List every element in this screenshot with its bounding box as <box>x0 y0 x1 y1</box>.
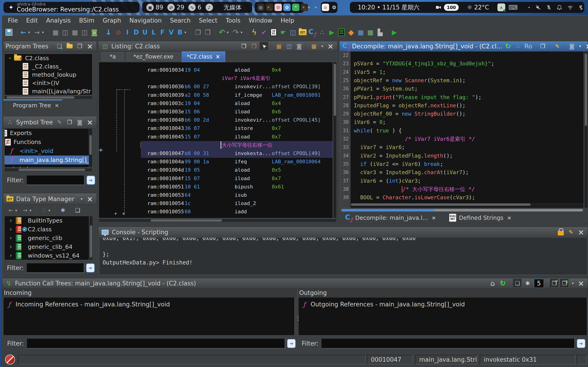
rename-options-icon[interactable]: Ro <box>524 42 533 51</box>
decompile-dropdown-icon[interactable]: ▾ <box>578 42 583 51</box>
outgoing-filter-icon[interactable]: ➔ <box>577 339 586 348</box>
decompile-line[interactable]: 24iVar5 = 1; <box>340 68 584 76</box>
menu-navigation[interactable]: Navigation <box>125 16 166 25</box>
listing-row[interactable]: ram:00010039a2 00 58if_icmpgeLAB_ram_000… <box>99 91 333 99</box>
listing-row[interactable]: ram:00010040b6 00 2dinvokevir...offset C… <box>99 116 333 124</box>
letter-l-button[interactable]: L <box>149 29 158 36</box>
scroll-thumb[interactable] <box>351 203 531 206</box>
resume-script-icon[interactable]: ▶ <box>390 27 399 37</box>
program-tree-hscrollbar[interactable] <box>4 96 92 99</box>
listing-row[interactable]: ram:0001003419 04aload0x4 <box>99 66 333 74</box>
letters-dropdown[interactable]: ▾ <box>185 30 189 34</box>
dtm-forward-dropdown[interactable]: ▾ <box>30 208 34 213</box>
chevron-right-icon[interactable]: › <box>10 243 12 250</box>
notification-bell-icon[interactable] <box>557 5 562 10</box>
call-trees-refresh-icon[interactable]: ↻ <box>498 279 507 288</box>
splitter-handle[interactable] <box>101 148 101 152</box>
console-output[interactable]: 0xb9, 0x1f, 0x00, 0x00, 0x00, 0x00, 0x00… <box>99 238 588 275</box>
listing-row[interactable]: ram:0001004515 07iload0x7 <box>99 133 333 141</box>
letter-f-button[interactable]: F <box>158 29 167 36</box>
decompile-line[interactable]: 36 cVar3 = InputedFlag.charAt(iVar7); <box>340 168 584 176</box>
scroll-thumb[interactable] <box>334 64 336 116</box>
mic-muted-icon[interactable] <box>546 5 552 10</box>
clear-console-icon[interactable]: ✎ <box>567 228 575 237</box>
volume-muted-icon[interactable] <box>536 5 541 10</box>
menu-file[interactable]: File <box>4 16 22 25</box>
decompile-toolbar-icon[interactable]: Cƒ <box>308 27 317 37</box>
cpu-icon[interactable]: ▣ <box>146 4 154 11</box>
incoming-filter-input[interactable] <box>27 338 285 349</box>
tab-close-icon[interactable]: × <box>432 215 436 221</box>
patch-icon[interactable]: ◫ <box>80 27 89 37</box>
dtm-gear-icon[interactable]: ✱ <box>59 206 67 215</box>
doc-blocked-icon[interactable]: ⊘ <box>322 4 329 11</box>
program-tree-tab[interactable]: Program Tree × <box>3 100 97 110</box>
tab-close-icon[interactable]: × <box>216 53 220 60</box>
listing-row[interactable]: ram:0001005364isub <box>99 191 333 199</box>
call-tree-icon[interactable]: ∴ <box>317 27 327 37</box>
scroll-thumb[interactable] <box>89 135 92 155</box>
chevron-right-icon[interactable]: › <box>10 217 12 224</box>
validate-icon[interactable]: ✔ <box>259 27 269 37</box>
symbol-tree-item[interactable]: Labels <box>5 165 92 167</box>
program-tree-item[interactable]: ›➤C2.class <box>5 54 92 62</box>
tab-strip-scrollbar[interactable] <box>341 209 583 211</box>
dtm-back-dropdown[interactable]: ▾ <box>15 208 19 213</box>
program-tree-item[interactable]: main([Ljava/lang/Str <box>5 87 92 95</box>
listing-tab-a[interactable]: *a <box>101 52 124 61</box>
dtm-archive-item[interactable]: ›✔C2.class <box>5 225 89 234</box>
console-close-icon[interactable]: × <box>577 228 586 237</box>
decompile-snapshot-icon[interactable]: ◙ <box>568 42 576 51</box>
symbol-tree-close-icon[interactable]: × <box>85 118 94 127</box>
function-graph-icon[interactable]: ◫ <box>288 27 298 37</box>
recursion-depth-input[interactable]: 5 <box>534 279 544 288</box>
decompile-line[interactable]: 33 iVar7 = iVar6; <box>340 143 584 151</box>
menu-window[interactable]: Window <box>244 16 277 25</box>
menu-select[interactable]: Select <box>195 16 221 25</box>
decompile-line[interactable]: 38 /* 大小写字母往右移一位 */ <box>340 185 584 193</box>
scroll-thumb[interactable] <box>585 53 587 126</box>
bookmark-diamond-icon[interactable]: ◆ <box>346 27 356 37</box>
dtm-filter-icon[interactable]: ➔ <box>86 263 95 273</box>
program-tree-item[interactable]: _C2.class_ <box>5 62 92 70</box>
symbol-filter-input[interactable] <box>26 175 84 185</box>
symbol-tree-hscrollbar[interactable] <box>4 168 92 172</box>
listing-row[interactable]: ram:0001003e15 06iload0x6 <box>99 108 333 116</box>
dtm-dropdown-icon[interactable]: ▾ <box>79 195 84 203</box>
dtm-archive-item[interactable]: ›BuiltInTypes <box>5 216 89 225</box>
clock[interactable]: 10:20 • 11/15 星期六 <box>358 3 420 11</box>
dtm-forward-icon[interactable]: → <box>21 206 30 215</box>
listing-row[interactable]: ram:0001004a99 00 1aifeqLAB_ram_00010064 <box>99 158 333 166</box>
listing-row[interactable]: ram:0001005110 61bipush0x61 <box>99 183 333 191</box>
outgoing-root-row[interactable]: ƒ Outgoing References - main_java.lang.S… <box>299 300 587 309</box>
incoming-root-row[interactable]: ƒ Incoming References - main_java.lang.S… <box>3 300 294 309</box>
decompile-line[interactable]: 39 BOOL = Character.isLowerCase(cVar3); <box>340 193 584 202</box>
incoming-filter-icon[interactable]: ➔ <box>287 339 296 348</box>
decompile-line[interactable]: 26pPVar1 = System.out; <box>340 84 584 93</box>
program-trees-close-icon[interactable]: × <box>85 42 94 51</box>
symbol-tree-item[interactable]: Functions <box>5 138 92 147</box>
bluetooth-off-icon[interactable] <box>578 5 583 10</box>
listing-tab-ezflowerexe[interactable]: *ez_flower.exe <box>126 52 180 61</box>
dtm-vscrollbar[interactable] <box>89 216 93 260</box>
cascade-windows-icon[interactable]: ❏ <box>513 279 522 288</box>
menu-tools[interactable]: Tools <box>221 16 244 25</box>
decompile-line[interactable]: 31while( true ) { <box>340 126 584 135</box>
auto-analyze-icon[interactable]: ϟ <box>250 27 259 37</box>
call-trees-dropdown-icon[interactable]: ▾ <box>570 279 575 288</box>
decompile-line[interactable]: 27pPVar1.print("Please input the flag: "… <box>340 93 584 101</box>
save-button[interactable] <box>4 27 14 37</box>
activity-icon[interactable]: ∿ <box>188 4 196 11</box>
defined-data-icon[interactable]: ▦ <box>356 27 365 37</box>
decompile-line[interactable]: 34 iVar2 = InputedFlag.length(); <box>340 152 584 160</box>
symbol-tree-item[interactable]: Exports <box>5 129 92 138</box>
decompile-line[interactable]: 22 <box>340 51 584 59</box>
dtm-archive-item[interactable]: ›windows_vs12_64 <box>5 251 89 260</box>
listing-row[interactable]: iVar7 iVar6是索引 <box>99 74 333 83</box>
dtm-hierarchy-icon[interactable]: ∴ <box>40 206 48 215</box>
symbol-tree-item[interactable]: ƒ<init>_void <box>5 147 92 156</box>
program-tree-tab-close-icon[interactable]: × <box>55 102 59 108</box>
symbol-tree-vscrollbar[interactable] <box>89 128 92 167</box>
listing-vscrollbar[interactable] <box>333 62 337 218</box>
fan-icon[interactable]: ❂ <box>330 4 338 11</box>
